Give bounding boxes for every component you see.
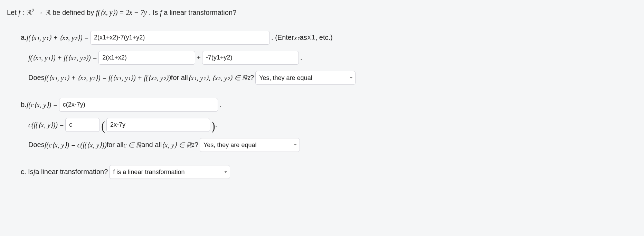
part-a-line-1: a. f(⟨x₁, y₁⟩ + ⟨x₂, y₂⟩) = . (Enter x₁ … (21, 30, 637, 45)
qmark: ? (250, 74, 254, 82)
part-label: b. (21, 101, 27, 109)
math-def: f(⟨x, y⟩) = 2x − 7y (96, 9, 147, 16)
plus: + (197, 54, 201, 62)
math-R: ℝ (45, 9, 51, 16)
xy-in-R2: ⟨x, y⟩ ∈ ℝ (162, 141, 192, 149)
text: , etc.) (315, 34, 333, 42)
part-label: a. (21, 34, 27, 42)
select-a[interactable]: Yes, they are equal (255, 71, 356, 85)
arrow: → (36, 9, 45, 16)
part-a-question: Does f(⟨x₁, y₁⟩ + ⟨x₂, y₂⟩) = f(⟨x₁, y₁⟩… (28, 70, 637, 85)
set-a: ⟨x₁, y₁⟩, ⟨x₂, y₂⟩ ∈ ℝ (188, 74, 248, 82)
input-b2b[interactable] (106, 118, 210, 132)
part-label: c. Is (21, 168, 34, 176)
part-a: a. f(⟨x₁, y₁⟩ + ⟨x₂, y₂⟩) = . (Enter x₁ … (21, 30, 637, 85)
part-b-line-1: b. f(c⟨x, y⟩) = . (21, 97, 637, 112)
lhs-a2: f(⟨x₁, y₁⟩) + f(⟨x₂, y₂⟩) = (28, 54, 97, 62)
part-c: c. Is f a linear transformation? f is a … (21, 164, 637, 180)
part-b-line-2: c(f(⟨x, y⟩)) = ( ) . (28, 117, 637, 133)
text: : (22, 9, 26, 16)
math-R: ℝ (26, 9, 32, 16)
part-c-line: c. Is f a linear transformation? f is a … (21, 164, 637, 180)
text: . (Enter (271, 34, 294, 42)
eq-b: f(c⟨x, y⟩) = c(f(⟨x, y⟩)) (45, 141, 107, 149)
text: . Is (149, 9, 160, 16)
mono-x1: x1 (307, 34, 315, 42)
input-a2b[interactable] (202, 51, 299, 65)
paren-close: ) (211, 119, 215, 132)
does: Does (28, 141, 45, 149)
period: . (219, 101, 221, 109)
input-b1[interactable] (59, 98, 218, 112)
sup-2: 2 (247, 75, 250, 81)
input-a2a[interactable] (98, 51, 195, 65)
period: . (215, 121, 217, 129)
problem-statement: Let f : ℝ2 → ℝ be defined by f(⟨x, y⟩) =… (7, 7, 637, 18)
text: as (300, 34, 307, 42)
math-f: f (18, 9, 20, 16)
and-all: and all (141, 141, 162, 149)
select-b[interactable]: Yes, they are equal (200, 138, 300, 152)
for-all: for all (171, 74, 188, 82)
lhs-b2: c(f(⟨x, y⟩)) = (28, 121, 64, 129)
lhs-a1: f(⟨x₁, y₁⟩ + ⟨x₂, y₂⟩) = (27, 34, 89, 42)
math-f: f (160, 9, 162, 16)
part-b: b. f(c⟨x, y⟩) = . c(f(⟨x, y⟩)) = ( ) . D… (21, 97, 637, 153)
eq-a: f(⟨x₁, y₁⟩ + ⟨x₂, y₂⟩) = f(⟨x₁, y₁⟩) + f… (45, 74, 171, 82)
input-a1[interactable] (90, 31, 270, 45)
text: be defined by (53, 9, 96, 16)
for-all: for all (107, 141, 124, 149)
sup-2: 2 (32, 8, 35, 13)
part-a-line-2: f(⟨x₁, y₁⟩) + f(⟨x₂, y₂⟩) = + . (28, 50, 637, 65)
sup-2: 2 (192, 142, 195, 148)
period: . (300, 54, 302, 62)
paren-open: ( (101, 119, 105, 132)
select-c[interactable]: f is a linear transformation (109, 165, 230, 179)
input-b2a[interactable] (65, 118, 100, 132)
text: Let (7, 9, 18, 16)
part-b-question: Does f(c⟨x, y⟩) = c(f(⟨x, y⟩)) for all c… (28, 137, 637, 153)
math-x1: x₁ (294, 34, 300, 42)
text: a linear transformation? (35, 168, 108, 176)
qmark: ? (195, 141, 198, 149)
text: a linear transformation? (164, 9, 236, 16)
c-in-R: c ∈ ℝ (123, 141, 141, 149)
does: Does (28, 74, 45, 82)
lhs-b1: f(c⟨x, y⟩) = (27, 101, 58, 109)
